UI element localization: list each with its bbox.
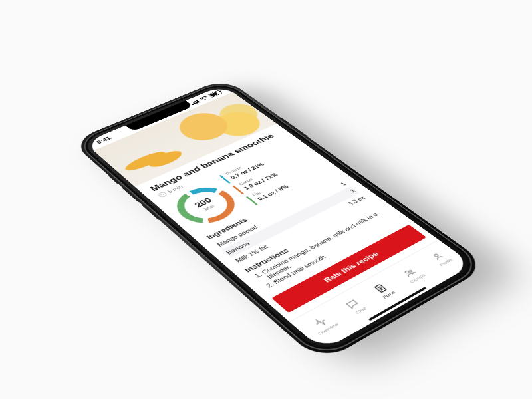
tab-chat[interactable]: Chat [343,297,369,315]
tab-overview[interactable]: Overview [307,313,340,336]
clock-icon [157,191,168,198]
tab-profile[interactable]: Profile [428,250,454,267]
svg-point-3 [434,253,439,257]
ingredient-amount: 1 [348,188,356,194]
tab-groups[interactable]: Groups [398,265,426,285]
tab-plans[interactable]: Plans [371,282,397,300]
cellular-icon [190,100,200,105]
phone-mockup: 9:41 Mango and banana smoothie 5 min 200 [74,80,485,360]
wifi-icon [199,96,209,101]
ingredient-amount: 1 [339,182,347,187]
svg-point-2 [408,270,412,273]
